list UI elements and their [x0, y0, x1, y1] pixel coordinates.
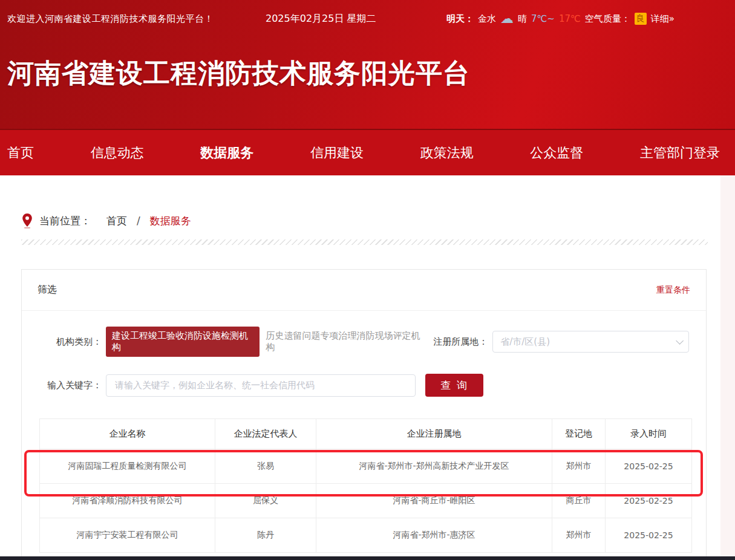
scrollbar-track[interactable]	[720, 175, 735, 556]
weather-widget: 明天： 金水 ☁ 晴 7℃~ 17℃ 空气质量： 良 详细»	[446, 12, 675, 25]
column-header-registry-city: 登记地	[552, 419, 606, 449]
weather-label: 明天：	[446, 13, 474, 25]
column-header-registered-location: 企业注册属地	[316, 419, 552, 449]
cell-company: 河南省泽顺消防科技有限公司	[40, 484, 215, 518]
results-table: 企业名称 企业法定代表人 企业注册属地 登记地 录入时间 河南固瑞工程质量检测有…	[39, 418, 692, 553]
category-label: 机构类别：	[39, 336, 102, 348]
cell-company: 河南固瑞工程质量检测有限公司	[40, 449, 215, 484]
site-header: 欢迎进入河南省建设工程消防技术服务阳光平台！ 2025年02月25日 星期二 明…	[0, 0, 735, 129]
breadcrumb-label: 当前位置：	[39, 214, 91, 228]
cell-registry-city: 郑州市	[552, 518, 606, 553]
cell-entry-date: 2025-02-25	[606, 518, 692, 553]
main-content: 当前位置： 首页 / 数据服务 筛选 重置条件 机构类别： 建设工程竣工验收消防…	[0, 175, 735, 559]
breadcrumb-current: 数据服务	[150, 214, 191, 228]
breadcrumb-home[interactable]: 首页	[106, 214, 127, 228]
category-option-selected[interactable]: 建设工程竣工验收消防设施检测机构	[106, 327, 260, 357]
filter-panel: 筛选 重置条件 机构类别： 建设工程竣工验收消防设施检测机构 历史遗留问题专项治…	[21, 269, 707, 559]
air-quality-label: 空气质量：	[585, 13, 630, 25]
nav-item-data-service[interactable]: 数据服务	[200, 144, 253, 162]
cell-registered-location: 河南省-郑州市-郑州高新技术产业开发区	[316, 449, 552, 484]
nav-item-news[interactable]: 信息动态	[91, 144, 144, 162]
nav-item-policy[interactable]: 政策法规	[420, 144, 474, 162]
main-nav: 首页 信息动态 数据服务 信用建设 政策法规 公众监督 主管部门登录	[0, 129, 735, 175]
cell-registered-location: 河南省-郑州市-惠济区	[316, 518, 552, 553]
weather-district: 金水	[478, 13, 496, 25]
temp-low: 7℃~	[531, 13, 555, 24]
nav-item-admin-login[interactable]: 主管部门登录	[640, 144, 720, 162]
cloud-icon: ☁	[500, 12, 514, 25]
keyword-filter-row: 输入关键字： 查 询	[22, 374, 706, 397]
cell-company: 河南宇宁安装工程有限公司	[40, 518, 215, 553]
slash-divider	[21, 239, 708, 245]
chevron-down-icon	[676, 337, 684, 345]
category-option-unselected[interactable]: 历史遗留问题专项治理消防现场评定机构	[266, 330, 425, 353]
region-select[interactable]: 省/市/区(县)	[492, 331, 689, 353]
keyword-input[interactable]	[106, 374, 416, 397]
cell-legal-rep: 陈丹	[215, 518, 316, 553]
region-label: 注册所属地：	[425, 336, 488, 348]
table-header-row: 企业名称 企业法定代表人 企业注册属地 登记地 录入时间	[40, 419, 692, 449]
column-header-company: 企业名称	[40, 419, 215, 449]
welcome-text: 欢迎进入河南省建设工程消防技术服务阳光平台！	[7, 13, 214, 25]
reset-filters-link[interactable]: 重置条件	[656, 285, 690, 296]
breadcrumb-separator: /	[137, 215, 140, 227]
location-pin-icon	[21, 213, 33, 229]
cell-entry-date: 2025-02-25	[606, 449, 692, 484]
search-button[interactable]: 查 询	[425, 374, 483, 397]
keyword-label: 输入关键字：	[39, 380, 102, 391]
table-row[interactable]: 河南宇宁安装工程有限公司 陈丹 河南省-郑州市-惠济区 郑州市 2025-02-…	[40, 518, 692, 553]
air-quality-badge: 良	[635, 13, 647, 25]
page-title: 河南省建设工程消防技术服务阳光平台	[7, 56, 735, 91]
cell-legal-rep: 张易	[215, 449, 316, 484]
topbar: 欢迎进入河南省建设工程消防技术服务阳光平台！ 2025年02月25日 星期二 明…	[0, 12, 735, 25]
temp-high: 17℃	[559, 13, 581, 24]
table-row[interactable]: 河南省泽顺消防科技有限公司 屈保义 河南省-商丘市-睢阳区 商丘市 2025-0…	[40, 484, 692, 518]
column-header-legal-rep: 企业法定代表人	[215, 419, 316, 449]
cell-registry-city: 商丘市	[552, 484, 606, 518]
date-text: 2025年02月25日 星期二	[266, 13, 376, 25]
cell-registry-city: 郑州市	[552, 449, 606, 484]
cell-registered-location: 河南省-商丘市-睢阳区	[316, 484, 552, 518]
breadcrumb: 当前位置： 首页 / 数据服务	[0, 175, 735, 229]
cell-entry-date: 2025-02-25	[606, 484, 692, 518]
column-header-entry-date: 录入时间	[606, 419, 692, 449]
region-select-placeholder: 省/市/区(县)	[500, 336, 550, 348]
table-row[interactable]: 河南固瑞工程质量检测有限公司 张易 河南省-郑州市-郑州高新技术产业开发区 郑州…	[40, 449, 692, 484]
nav-item-supervision[interactable]: 公众监督	[530, 144, 583, 162]
cell-legal-rep: 屈保义	[215, 484, 316, 518]
nav-item-credit[interactable]: 信用建设	[310, 144, 364, 162]
category-filter-row: 机构类别： 建设工程竣工验收消防设施检测机构 历史遗留问题专项治理消防现场评定机…	[22, 327, 706, 357]
nav-item-home[interactable]: 首页	[7, 144, 34, 162]
bottom-edge-bar	[0, 556, 735, 560]
filter-panel-header: 筛选 重置条件	[22, 270, 706, 311]
weather-condition: 晴	[518, 13, 527, 25]
filter-title: 筛选	[38, 284, 57, 296]
weather-detail-link[interactable]: 详细»	[651, 13, 675, 25]
